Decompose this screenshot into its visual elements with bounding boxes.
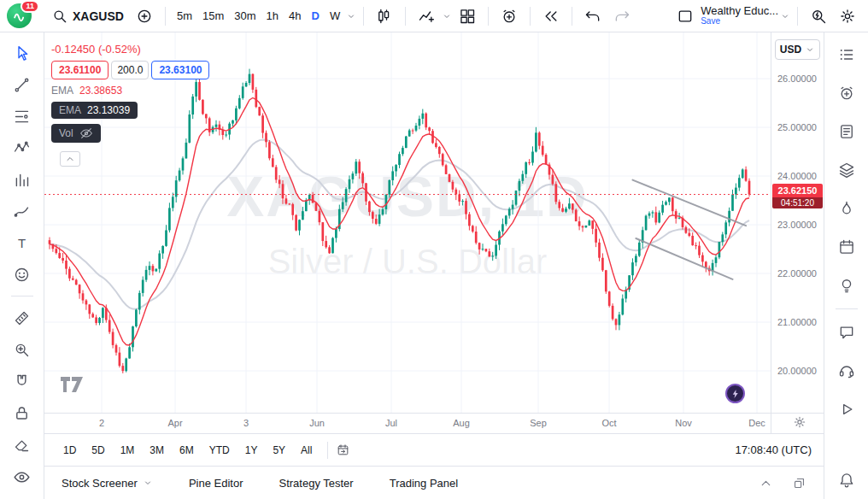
magnet-tool[interactable] — [8, 371, 37, 391]
timeframe-15m[interactable]: 15m — [198, 6, 228, 26]
streams-button[interactable] — [838, 362, 855, 379]
user-menu[interactable]: 11 — [7, 3, 36, 29]
measure-tool[interactable] — [8, 308, 37, 328]
chat-button[interactable] — [838, 324, 855, 341]
price-axis-label: 24.00000 — [777, 171, 817, 181]
chevron-down-icon — [143, 478, 153, 488]
trend-line-tool[interactable] — [8, 74, 37, 95]
price-axis[interactable]: USD 26.0000025.0000024.0000023.0000022.0… — [771, 32, 824, 413]
lock-drawings-tool[interactable] — [8, 402, 37, 423]
toolbar-divider — [797, 7, 798, 26]
range-1d[interactable]: 1D — [56, 440, 83, 461]
timeframe-menu-caret-icon[interactable] — [346, 11, 356, 21]
data-window-button[interactable] — [838, 123, 855, 140]
zoom-in-icon — [13, 341, 31, 359]
alarm-clock-icon — [501, 8, 518, 25]
chart-type-button[interactable] — [371, 4, 398, 28]
brush-tool[interactable] — [8, 201, 37, 221]
save-layout-button[interactable] — [672, 4, 699, 28]
range-6m[interactable]: 6M — [173, 440, 201, 461]
volume-row[interactable]: Vol — [51, 124, 101, 143]
panel-collapse-chevron-icon[interactable] — [759, 476, 773, 490]
hotlists-button[interactable] — [838, 200, 855, 217]
alert-add-button[interactable] — [496, 4, 523, 28]
forecast-tool[interactable] — [8, 169, 37, 190]
tab-stock-screener[interactable]: Stock Screener — [62, 477, 153, 490]
symbol-search-button[interactable]: XAGUSD — [46, 4, 129, 28]
timeframe-1w[interactable]: W — [326, 6, 344, 26]
goto-date-button[interactable] — [337, 443, 349, 456]
collapse-legend-button[interactable] — [60, 151, 80, 167]
range-5d[interactable]: 5D — [85, 440, 111, 461]
tab-pine-editor[interactable]: Pine Editor — [189, 477, 243, 490]
range-ytd[interactable]: YTD — [202, 440, 237, 461]
layout-grid-button[interactable] — [454, 4, 481, 28]
axis-settings-gear[interactable] — [793, 415, 806, 429]
range-5y[interactable]: 5Y — [266, 440, 292, 461]
remove-drawings-tool[interactable] — [8, 434, 37, 455]
watchlist-button[interactable] — [838, 46, 855, 63]
tab-strategy-tester[interactable]: Strategy Tester — [279, 477, 353, 490]
redo-button[interactable] — [608, 4, 636, 28]
server-clock[interactable]: 17:08:40 (UTC) — [735, 443, 812, 456]
fib-retracement-tool[interactable] — [8, 106, 37, 126]
zoom-tool[interactable] — [8, 339, 37, 360]
calendar-button[interactable] — [838, 238, 855, 255]
text-tool[interactable]: T — [8, 232, 37, 253]
pattern-tool[interactable] — [8, 138, 37, 158]
range-all[interactable]: All — [294, 440, 319, 461]
bottom-panel-tabs: Stock Screener Pine Editor Strategy Test… — [44, 466, 824, 499]
lightbulb-icon — [838, 277, 855, 294]
range-divider — [327, 442, 328, 459]
cursor-tool[interactable] — [8, 43, 37, 63]
ema-fast-row[interactable]: EMA 23.38653 — [51, 85, 122, 97]
time-axis-label: Sep — [530, 418, 547, 428]
toolbar-divider — [363, 7, 364, 26]
timeframe-30m[interactable]: 30m — [230, 6, 260, 26]
chat-bubble-icon — [838, 324, 855, 341]
tab-label: Pine Editor — [189, 477, 243, 490]
range-1y[interactable]: 1Y — [238, 440, 265, 461]
emoji-tool[interactable] — [8, 264, 37, 285]
time-axis-label: Dec — [748, 418, 765, 428]
timeframe-1d[interactable]: D — [308, 6, 324, 26]
layout-name-menu[interactable]: Wealthy Educ... Save — [701, 5, 778, 26]
indicators-menu-caret-icon[interactable] — [442, 11, 452, 21]
sell-button[interactable]: 23.61100 — [51, 61, 108, 79]
indicators-button[interactable] — [413, 4, 440, 28]
panel-restore-icon[interactable] — [792, 476, 806, 490]
hide-drawings-tool[interactable] — [8, 467, 37, 487]
range-1m[interactable]: 1M — [114, 440, 142, 461]
price-axis-label: 22.00000 — [777, 268, 817, 279]
settings-button[interactable] — [834, 4, 861, 28]
tab-trading-panel[interactable]: Trading Panel — [390, 477, 458, 490]
notifications-button[interactable] — [838, 472, 855, 489]
lightning-button[interactable] — [725, 384, 745, 403]
timeframe-1h[interactable]: 1h — [262, 6, 283, 26]
save-link[interactable]: Save — [701, 17, 720, 26]
shows-button[interactable] — [838, 401, 855, 418]
currency-scale-button[interactable]: USD — [775, 39, 820, 60]
eye-off-icon[interactable] — [79, 126, 93, 140]
range-3m[interactable]: 3M — [143, 440, 171, 461]
object-tree-button[interactable] — [838, 161, 855, 179]
time-axis[interactable]: 2Apr3JunJulAugSepOctNovDec — [44, 413, 824, 433]
buy-button[interactable]: 23.63100 — [151, 61, 209, 79]
undo-button[interactable] — [579, 4, 607, 28]
layers-icon — [838, 161, 855, 179]
tab-label: Stock Screener — [62, 477, 138, 490]
ema-slow-row[interactable]: EMA 23.13039 — [51, 102, 138, 119]
tradingview-logo[interactable] — [60, 376, 84, 393]
last-price-value: 23.62150 — [772, 184, 823, 197]
ideas-button[interactable] — [838, 277, 855, 294]
timeframe-4h[interactable]: 4h — [284, 6, 305, 26]
quantity-field[interactable]: 200.0 — [111, 61, 149, 79]
quick-search-button[interactable] — [805, 4, 832, 28]
timeframe-5m[interactable]: 5m — [173, 6, 196, 26]
compare-add-button[interactable] — [131, 4, 158, 28]
bar-replay-button[interactable] — [537, 4, 565, 28]
layout-menu-caret-icon[interactable] — [780, 11, 790, 21]
goto-date-calendar-icon — [337, 443, 349, 456]
alerts-button[interactable] — [838, 85, 855, 102]
ruler-icon — [13, 309, 31, 327]
